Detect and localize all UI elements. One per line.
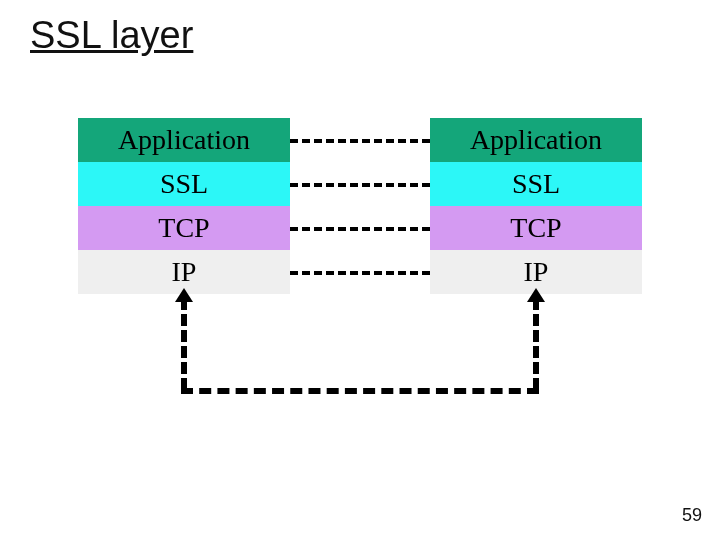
layer-application-right: Application (430, 118, 642, 162)
layer-ssl-left: SSL (78, 162, 290, 206)
peer-connector-ssl (290, 183, 430, 187)
protocol-stack-left: Application SSL TCP IP (78, 118, 290, 294)
physical-link-bottom (181, 388, 539, 394)
page-number: 59 (682, 505, 702, 526)
peer-connector-tcp (290, 227, 430, 231)
protocol-stack-right: Application SSL TCP IP (430, 118, 642, 294)
physical-link-left (181, 298, 187, 390)
layer-tcp-right: TCP (430, 206, 642, 250)
layer-application-left: Application (78, 118, 290, 162)
slide: SSL layer Application SSL TCP IP Applica… (0, 0, 720, 540)
layer-tcp-left: TCP (78, 206, 290, 250)
peer-connector-application (290, 139, 430, 143)
layer-ssl-right: SSL (430, 162, 642, 206)
slide-title: SSL layer (30, 14, 193, 57)
peer-connector-ip (290, 271, 430, 275)
physical-link-right (533, 298, 539, 390)
